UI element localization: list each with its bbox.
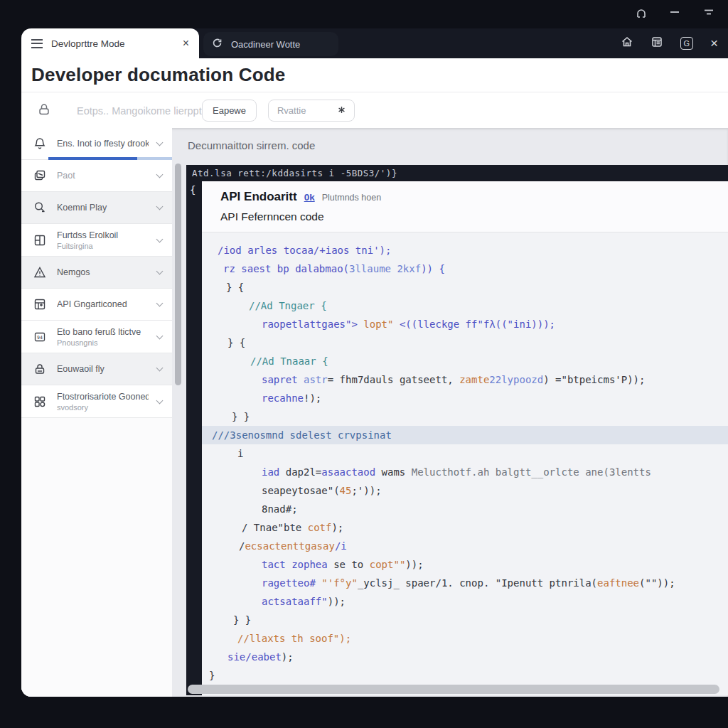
tab-active[interactable]: Devloprttre Mode × bbox=[21, 28, 199, 58]
toolbar-button[interactable]: Eapewe bbox=[202, 100, 257, 122]
code-line: iad dap2l=asaactaod wams Melucthotf.ah b… bbox=[202, 463, 728, 481]
code-gutter: { bbox=[186, 181, 202, 695]
tab-title: Devloprttre Mode bbox=[51, 38, 174, 49]
window-close-icon[interactable]: × bbox=[710, 36, 718, 51]
chevron-down-icon[interactable] bbox=[156, 203, 164, 210]
google-app-icon[interactable]: G bbox=[680, 37, 693, 50]
os-window-controls bbox=[636, 6, 715, 18]
tab-close-icon[interactable]: × bbox=[183, 38, 189, 49]
search-input[interactable]: Eotps.. Mangoikome lierpptbl bbox=[77, 105, 191, 117]
code-panel-body: { API Endoaritt 0k Plutmnds hoen API Fef… bbox=[186, 181, 728, 695]
code-line: sapret astr= fhm7dauls gatseett, zamte22… bbox=[202, 370, 728, 389]
code-line: } } bbox=[202, 611, 728, 629]
tabbar-actions: G × bbox=[621, 28, 718, 58]
svg-text:94: 94 bbox=[37, 334, 43, 340]
home-icon[interactable] bbox=[621, 36, 633, 51]
sidebar-item-4[interactable]: Nemgos bbox=[21, 257, 172, 289]
code-line: //Ad Tngaer { bbox=[202, 296, 728, 315]
sidebar-scrollbar[interactable] bbox=[175, 164, 181, 385]
code-line: / Tnae"bte cotf); bbox=[202, 518, 728, 537]
sidebar-item-sublabel: Fuitsirgina bbox=[57, 242, 149, 250]
chevron-down-icon[interactable] bbox=[156, 300, 164, 307]
tab-inactive[interactable]: Oacdineer Wotte bbox=[203, 32, 338, 56]
code-line: } bbox=[202, 666, 728, 685]
lock-icon bbox=[33, 362, 48, 376]
table-icon bbox=[33, 297, 48, 311]
kanban-icon bbox=[33, 233, 48, 247]
bell-icon bbox=[33, 136, 48, 151]
asterisk-icon bbox=[338, 105, 346, 116]
page-title: Developer documation Code bbox=[31, 64, 286, 86]
reload-icon[interactable] bbox=[212, 38, 223, 51]
code-line: } { bbox=[202, 333, 728, 352]
tab-bar: Oacdineer Wotte Devloprttre Mode × G × bbox=[21, 28, 728, 58]
sidebar-item-8[interactable]: Ftostrorisariote Goonedsvodsory bbox=[21, 385, 172, 418]
sidebar-item-sublabel: Pnousngnis bbox=[57, 338, 149, 347]
dropdown-value: Rvattie bbox=[277, 105, 306, 116]
code-line: //Ad Tnaaar { bbox=[202, 352, 728, 370]
code-line: /iod arles tocaa/+iaos tni'); bbox=[202, 241, 728, 259]
code-line: 8nad#; bbox=[202, 500, 728, 518]
sidebar-item-label: Ens. Inot io ffesty drook bbox=[57, 139, 149, 149]
code-line-highlighted: ///3senosmnd sdelest crvpsinat bbox=[202, 426, 728, 444]
chevron-down-icon[interactable] bbox=[156, 268, 164, 275]
title-bar: Developer documation Code bbox=[21, 58, 728, 92]
code-line: //llaxts th soof"); bbox=[202, 629, 728, 648]
search-icon bbox=[33, 200, 48, 215]
chevron-down-icon[interactable] bbox=[156, 235, 164, 242]
code-line: seapeytosae"(45;')); bbox=[202, 481, 728, 500]
tab-title: Oacdineer Wotte bbox=[231, 39, 300, 50]
api-endpoint-title: API Endoaritt bbox=[220, 190, 297, 204]
code-line: tact zophea se to copt"")); bbox=[202, 555, 728, 574]
grid-icon bbox=[33, 395, 48, 409]
code-line: i bbox=[202, 444, 728, 463]
sidebar-item-label: Furtdss Erolkoil bbox=[57, 230, 149, 240]
sidebar-item-7[interactable]: Eouwaoil fly bbox=[21, 353, 172, 385]
content-area: Ens. Inot io ffesty drookPaotKoemni Play… bbox=[21, 128, 728, 697]
sidebar: Ens. Inot io ffesty drookPaotKoemni Play… bbox=[21, 128, 172, 697]
sidebar-item-2[interactable]: Koemni Play bbox=[21, 192, 172, 224]
api-header-card: API Endoaritt 0k Plutmnds hoen API Fefer… bbox=[202, 181, 728, 232]
chevron-down-icon[interactable] bbox=[156, 365, 164, 372]
sidebar-item-label: Eouwaoil fly bbox=[57, 364, 149, 374]
chevron-down-icon[interactable] bbox=[156, 139, 164, 146]
sidebar-item-0[interactable]: Ens. Inot io ffesty drook bbox=[21, 128, 172, 160]
reading-list-icon[interactable] bbox=[651, 36, 663, 51]
code-panel-header: Atd.lsa rett:/kddasirts i -5BDS3/')} bbox=[186, 165, 728, 181]
code-line: } } bbox=[202, 407, 728, 426]
lock-icon bbox=[37, 102, 51, 119]
badge-icon: 94 bbox=[33, 330, 48, 344]
code-line: recahne!); bbox=[202, 389, 728, 407]
section-heading: Decumnaitton sirrem. code bbox=[188, 139, 315, 151]
sidebar-item-5[interactable]: API Gngarticoned bbox=[21, 289, 172, 321]
toolbar: Eotps.. Mangoikome lierpptbl Eapewe Rvat… bbox=[21, 93, 728, 128]
menu-icon[interactable] bbox=[702, 6, 715, 18]
code-line: ragetteo# "'f°y"_yclsj_ spaer/1. cnop. "… bbox=[202, 574, 728, 592]
code-line: sie/eabet); bbox=[202, 648, 728, 666]
browser-window: Oacdineer Wotte Devloprttre Mode × G × D… bbox=[21, 28, 728, 697]
sidebar-item-label: Ftostrorisariote Gooned bbox=[57, 392, 149, 402]
api-note: Plutmnds hoen bbox=[322, 193, 381, 203]
code-line: } { bbox=[202, 278, 728, 296]
chevron-down-icon[interactable] bbox=[156, 397, 164, 404]
sidebar-item-1[interactable]: Paot bbox=[21, 160, 172, 192]
hamburger-icon[interactable] bbox=[31, 39, 43, 48]
sidebar-item-3[interactable]: Furtdss ErolkoilFuitsirgina bbox=[21, 224, 172, 257]
sidebar-item-label: Paot bbox=[57, 171, 149, 181]
code-content: API Endoaritt 0k Plutmnds hoen API Fefer… bbox=[202, 181, 728, 695]
code-line: actsataaff")); bbox=[202, 592, 728, 611]
api-link[interactable]: 0k bbox=[304, 192, 315, 203]
minimize-icon[interactable] bbox=[668, 6, 681, 18]
code-line: rz saest bp dalabmao(3llaume 2kxf)) { bbox=[202, 259, 728, 278]
horizontal-scrollbar[interactable] bbox=[188, 685, 719, 694]
code-lines: /iod arles tocaa/+iaos tni');rz saest bp… bbox=[202, 232, 728, 685]
code-line: raopetlattgaes"> lopt" <((lleckge ff"fλ(… bbox=[202, 315, 728, 333]
account-icon[interactable] bbox=[636, 6, 647, 18]
filter-dropdown[interactable]: Rvattie bbox=[268, 100, 355, 122]
sidebar-item-6[interactable]: 94Eto bano feruß ltictvePnousngnis bbox=[21, 321, 172, 353]
chevron-down-icon[interactable] bbox=[156, 171, 164, 178]
sidebar-item-sublabel: svodsory bbox=[57, 403, 149, 412]
sidebar-item-label: Eto bano feruß ltictve bbox=[57, 327, 149, 337]
code-line: /ecsactenttgasay/i bbox=[202, 537, 728, 555]
chevron-down-icon[interactable] bbox=[156, 332, 164, 339]
